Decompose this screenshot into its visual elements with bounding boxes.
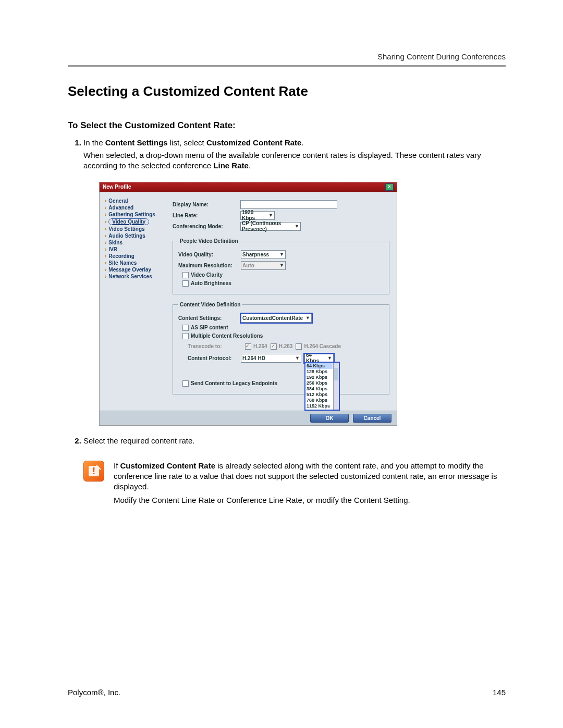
nav-site-names[interactable]: ›Site Names: [105, 260, 167, 266]
chevron-right-icon: ›: [105, 274, 106, 279]
people-video-group: People Video Definition Video Quality: S…: [173, 238, 389, 294]
display-name-input[interactable]: [240, 200, 337, 209]
footer-company: Polycom®, Inc.: [68, 688, 120, 697]
nav-gathering[interactable]: ›Gathering Settings: [105, 212, 167, 217]
page-header-text: Sharing Content During Conferences: [377, 52, 506, 61]
dialog-nav: ›General ›Advanced ›Gathering Settings ›…: [100, 192, 167, 411]
as-sip-checkbox[interactable]: [182, 325, 189, 331]
label-video-quality: Video Quality:: [178, 252, 241, 257]
rate-option[interactable]: 256 Kbps: [307, 380, 333, 386]
nav-video-quality[interactable]: ›Video Quality: [105, 218, 167, 225]
auto-brightness-checkbox[interactable]: [182, 280, 189, 287]
label-display-name: Display Name:: [173, 202, 240, 207]
label-conf-mode: Conferencing Mode:: [173, 224, 240, 229]
chevron-right-icon: ›: [105, 267, 106, 273]
heading-1: Selecting a Customized Content Rate: [68, 83, 506, 100]
chevron-right-icon: ›: [105, 205, 106, 211]
step-1-paragraph: When selected, a drop-down menu of the a…: [83, 150, 506, 171]
dialog-form: Display Name: Line Rate: 1920 Kbps▼ Conf…: [167, 192, 397, 411]
conf-mode-select[interactable]: CP (Continuous Presence)▼: [240, 222, 301, 231]
dialog-footer: OK Cancel: [100, 411, 397, 425]
scrollbar-thumb[interactable]: [334, 368, 338, 380]
video-quality-select[interactable]: Sharpness▼: [241, 250, 286, 259]
chevron-right-icon: ›: [105, 198, 106, 204]
rate-option[interactable]: 512 Kbps: [307, 392, 333, 398]
label-send-legacy: Send Content to Legacy Endpoints: [191, 380, 277, 386]
nav-video-settings[interactable]: ›Video Settings: [105, 226, 167, 232]
chevron-down-icon: ▼: [325, 355, 332, 361]
content-video-legend: Content Video Definition: [178, 302, 242, 307]
chevron-right-icon: ›: [105, 246, 106, 252]
chevron-right-icon: ›: [105, 253, 106, 259]
steps-list: In the Content Settings list, select Cus…: [68, 138, 506, 445]
chevron-down-icon: ▼: [266, 213, 273, 218]
svg-text:!: !: [92, 466, 95, 476]
step-2-text: Select the required content rate.: [83, 436, 194, 445]
label-auto-brightness: Auto Brightness: [191, 280, 231, 286]
nav-skins[interactable]: ›Skins: [105, 240, 167, 245]
chevron-right-icon: ›: [105, 240, 106, 245]
dropdown-scrollbar[interactable]: [333, 363, 339, 410]
label-as-sip: AS SIP content: [191, 325, 228, 330]
video-clarity-checkbox[interactable]: [182, 272, 189, 278]
rate-option[interactable]: 384 Kbps: [307, 386, 333, 392]
footer-page-number: 145: [493, 688, 506, 697]
label-transcode: Transcode to:: [188, 343, 241, 349]
nav-advanced[interactable]: ›Advanced: [105, 205, 167, 211]
dialog-screenshot: New Profile × ›General ›Advanced ›Gather…: [99, 182, 397, 426]
nav-network-services[interactable]: ›Network Services: [105, 274, 167, 279]
chevron-down-icon: ▼: [292, 224, 299, 229]
content-rate-dropdown-list[interactable]: 64 Kbps 128 Kbps 192 Kbps 256 Kbps 384 K…: [304, 362, 340, 411]
chevron-right-icon: ›: [105, 226, 106, 232]
rate-option[interactable]: 64 Kbps: [307, 363, 333, 369]
chevron-right-icon: ›: [105, 260, 106, 266]
send-legacy-checkbox[interactable]: [182, 380, 189, 387]
nav-general[interactable]: ›General: [105, 198, 167, 204]
people-video-legend: People Video Definition: [178, 238, 240, 244]
label-content-settings: Content Settings:: [178, 315, 241, 321]
max-res-select[interactable]: Auto▼: [241, 261, 286, 270]
nav-recording[interactable]: ›Recording: [105, 253, 167, 259]
transcode-cascade-checkbox: [296, 343, 302, 350]
transcode-h263-checkbox: [271, 343, 277, 350]
label-max-res: Maximum Resolution:: [178, 263, 241, 268]
note-block: ! If Customized Content Rate is already …: [83, 461, 506, 506]
label-mcr: Multiple Content Resolutions: [191, 333, 263, 339]
heading-2: To Select the Customized Content Rate:: [68, 120, 506, 131]
chevron-right-icon: ›: [105, 233, 106, 239]
label-content-protocol: Content Protocol:: [188, 355, 241, 361]
content-protocol-select[interactable]: H.264 HD▼: [241, 354, 301, 363]
step-2: Select the required content rate.: [83, 436, 506, 445]
page: Sharing Content During Conferences Selec…: [0, 0, 563, 728]
chevron-down-icon: ▼: [303, 315, 310, 320]
warning-icon: !: [83, 461, 104, 482]
rate-option[interactable]: 1152 Kbps: [307, 403, 333, 409]
nav-audio-settings[interactable]: ›Audio Settings: [105, 233, 167, 239]
rate-option[interactable]: 768 Kbps: [307, 398, 333, 403]
content-video-group: Content Video Definition Content Setting…: [173, 302, 389, 394]
dialog-body: ›General ›Advanced ›Gathering Settings ›…: [100, 192, 397, 411]
page-footer: Polycom®, Inc. 145: [68, 688, 506, 697]
dialog-titlebar: New Profile ×: [100, 182, 397, 192]
mcr-checkbox[interactable]: [182, 333, 189, 339]
content-settings-select[interactable]: CustomizedContentRate▼: [241, 314, 312, 323]
chevron-right-icon: ›: [105, 212, 106, 217]
chevron-down-icon: ▼: [277, 263, 284, 268]
chevron-right-icon: ›: [105, 219, 106, 225]
step-1-text: In the Content Settings list, select Cus…: [83, 138, 304, 147]
dialog-title: New Profile: [103, 184, 131, 190]
label-video-clarity: Video Clarity: [191, 272, 223, 278]
rate-option[interactable]: 128 Kbps: [307, 369, 333, 375]
rate-option[interactable]: 192 Kbps: [307, 375, 333, 380]
cancel-button[interactable]: Cancel: [353, 414, 391, 423]
line-rate-select[interactable]: 1920 Kbps▼: [240, 211, 275, 220]
ok-button[interactable]: OK: [310, 414, 349, 423]
nav-ivr[interactable]: ›IVR: [105, 246, 167, 252]
close-icon[interactable]: ×: [385, 183, 394, 191]
step-1: In the Content Settings list, select Cus…: [83, 138, 506, 426]
nav-message-overlay[interactable]: ›Message Overlay: [105, 267, 167, 273]
header-rule: [68, 65, 506, 67]
label-line-rate: Line Rate:: [173, 213, 240, 218]
chevron-down-icon: ▼: [293, 355, 300, 361]
chevron-down-icon: ▼: [277, 252, 284, 257]
